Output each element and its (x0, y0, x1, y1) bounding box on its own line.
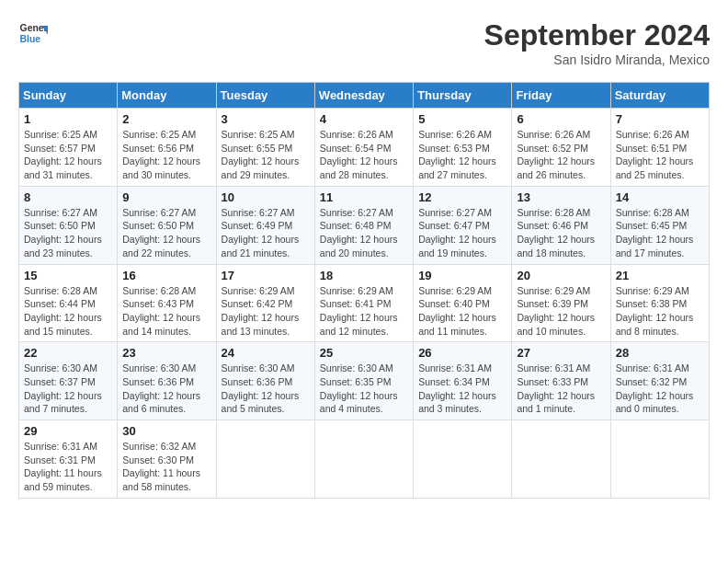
day-detail: Sunrise: 6:31 AM Sunset: 6:31 PM Dayligh… (24, 440, 112, 494)
logo: General Blue (18, 18, 48, 48)
day-number: 23 (122, 346, 210, 360)
day-number: 12 (418, 190, 506, 204)
day-detail: Sunrise: 6:27 AM Sunset: 6:50 PM Dayligh… (24, 206, 112, 260)
calendar-week-2: 8 Sunrise: 6:27 AM Sunset: 6:50 PM Dayli… (19, 186, 710, 264)
day-number: 6 (517, 112, 605, 126)
svg-text:General: General (20, 23, 48, 33)
day-detail: Sunrise: 6:31 AM Sunset: 6:33 PM Dayligh… (517, 362, 605, 416)
calendar-cell: 7 Sunrise: 6:26 AM Sunset: 6:51 PM Dayli… (610, 109, 709, 187)
calendar-cell: 20 Sunrise: 6:29 AM Sunset: 6:39 PM Dayl… (512, 264, 610, 342)
calendar-cell: 8 Sunrise: 6:27 AM Sunset: 6:50 PM Dayli… (19, 186, 118, 264)
calendar-cell: 22 Sunrise: 6:30 AM Sunset: 6:37 PM Dayl… (19, 342, 118, 420)
calendar-cell: 21 Sunrise: 6:29 AM Sunset: 6:38 PM Dayl… (610, 264, 709, 342)
day-number: 2 (122, 112, 210, 126)
day-number: 1 (24, 112, 112, 126)
day-detail: Sunrise: 6:28 AM Sunset: 6:45 PM Dayligh… (616, 206, 704, 260)
column-header-tuesday: Tuesday (216, 83, 314, 109)
calendar-cell: 5 Sunrise: 6:26 AM Sunset: 6:53 PM Dayli… (414, 109, 512, 187)
day-number: 19 (418, 269, 506, 282)
day-detail: Sunrise: 6:29 AM Sunset: 6:40 PM Dayligh… (418, 284, 506, 339)
calendar-cell: 29 Sunrise: 6:31 AM Sunset: 6:31 PM Dayl… (19, 420, 118, 499)
day-detail: Sunrise: 6:26 AM Sunset: 6:51 PM Dayligh… (616, 128, 704, 182)
day-number: 5 (418, 112, 506, 126)
day-number: 16 (122, 269, 210, 282)
calendar-cell (314, 420, 413, 499)
day-detail: Sunrise: 6:25 AM Sunset: 6:57 PM Dayligh… (24, 128, 112, 182)
calendar-week-3: 15 Sunrise: 6:28 AM Sunset: 6:44 PM Dayl… (19, 264, 710, 342)
day-number: 26 (418, 346, 506, 360)
column-header-sunday: Sunday (19, 83, 118, 109)
day-number: 8 (24, 190, 112, 204)
day-detail: Sunrise: 6:27 AM Sunset: 6:50 PM Dayligh… (122, 206, 210, 260)
calendar-cell: 14 Sunrise: 6:28 AM Sunset: 6:45 PM Dayl… (610, 186, 709, 264)
calendar-cell: 23 Sunrise: 6:30 AM Sunset: 6:36 PM Dayl… (118, 342, 216, 420)
calendar-cell: 27 Sunrise: 6:31 AM Sunset: 6:33 PM Dayl… (512, 342, 610, 420)
calendar-cell (216, 420, 314, 499)
calendar-cell: 15 Sunrise: 6:28 AM Sunset: 6:44 PM Dayl… (19, 264, 118, 342)
column-header-friday: Friday (512, 83, 610, 109)
day-number: 11 (320, 190, 408, 204)
column-header-wednesday: Wednesday (314, 83, 413, 109)
day-detail: Sunrise: 6:29 AM Sunset: 6:39 PM Dayligh… (517, 284, 605, 339)
day-number: 27 (517, 346, 605, 360)
day-detail: Sunrise: 6:28 AM Sunset: 6:46 PM Dayligh… (517, 206, 605, 260)
calendar-week-5: 29 Sunrise: 6:31 AM Sunset: 6:31 PM Dayl… (19, 420, 710, 499)
calendar-cell: 4 Sunrise: 6:26 AM Sunset: 6:54 PM Dayli… (314, 109, 413, 187)
day-detail: Sunrise: 6:30 AM Sunset: 6:35 PM Dayligh… (320, 362, 408, 416)
header-row: SundayMondayTuesdayWednesdayThursdayFrid… (19, 83, 710, 109)
calendar-table: SundayMondayTuesdayWednesdayThursdayFrid… (18, 82, 710, 499)
day-detail: Sunrise: 6:27 AM Sunset: 6:49 PM Dayligh… (222, 206, 310, 260)
day-detail: Sunrise: 6:30 AM Sunset: 6:36 PM Dayligh… (222, 362, 310, 416)
calendar-cell: 28 Sunrise: 6:31 AM Sunset: 6:32 PM Dayl… (610, 342, 709, 420)
calendar-title-area: September 2024 San Isidro Miranda, Mexic… (484, 18, 710, 67)
calendar-cell: 25 Sunrise: 6:30 AM Sunset: 6:35 PM Dayl… (314, 342, 413, 420)
day-detail: Sunrise: 6:26 AM Sunset: 6:52 PM Dayligh… (517, 128, 605, 182)
day-detail: Sunrise: 6:30 AM Sunset: 6:36 PM Dayligh… (122, 362, 210, 416)
day-number: 17 (222, 269, 310, 282)
calendar-cell: 9 Sunrise: 6:27 AM Sunset: 6:50 PM Dayli… (118, 186, 216, 264)
calendar-week-1: 1 Sunrise: 6:25 AM Sunset: 6:57 PM Dayli… (19, 109, 710, 187)
calendar-cell: 6 Sunrise: 6:26 AM Sunset: 6:52 PM Dayli… (512, 109, 610, 187)
calendar-cell: 17 Sunrise: 6:29 AM Sunset: 6:42 PM Dayl… (216, 264, 314, 342)
calendar-week-4: 22 Sunrise: 6:30 AM Sunset: 6:37 PM Dayl… (19, 342, 710, 420)
day-detail: Sunrise: 6:27 AM Sunset: 6:47 PM Dayligh… (418, 206, 506, 260)
day-number: 15 (24, 269, 112, 282)
calendar-subtitle: San Isidro Miranda, Mexico (484, 52, 710, 67)
calendar-cell (610, 420, 709, 499)
day-detail: Sunrise: 6:25 AM Sunset: 6:55 PM Dayligh… (222, 128, 310, 182)
calendar-cell: 30 Sunrise: 6:32 AM Sunset: 6:30 PM Dayl… (118, 420, 216, 499)
day-detail: Sunrise: 6:28 AM Sunset: 6:44 PM Dayligh… (24, 284, 112, 339)
day-number: 24 (222, 346, 310, 360)
day-number: 14 (616, 190, 704, 204)
calendar-cell: 19 Sunrise: 6:29 AM Sunset: 6:40 PM Dayl… (414, 264, 512, 342)
calendar-cell: 13 Sunrise: 6:28 AM Sunset: 6:46 PM Dayl… (512, 186, 610, 264)
day-detail: Sunrise: 6:28 AM Sunset: 6:43 PM Dayligh… (122, 284, 210, 339)
calendar-cell: 26 Sunrise: 6:31 AM Sunset: 6:34 PM Dayl… (414, 342, 512, 420)
calendar-cell: 1 Sunrise: 6:25 AM Sunset: 6:57 PM Dayli… (19, 109, 118, 187)
calendar-cell: 10 Sunrise: 6:27 AM Sunset: 6:49 PM Dayl… (216, 186, 314, 264)
day-number: 18 (320, 269, 408, 282)
page-header: General Blue September 2024 San Isidro M… (18, 18, 710, 67)
day-detail: Sunrise: 6:26 AM Sunset: 6:53 PM Dayligh… (418, 128, 506, 182)
day-number: 20 (517, 269, 605, 282)
calendar-cell: 18 Sunrise: 6:29 AM Sunset: 6:41 PM Dayl… (314, 264, 413, 342)
day-detail: Sunrise: 6:32 AM Sunset: 6:30 PM Dayligh… (122, 440, 210, 494)
calendar-cell: 24 Sunrise: 6:30 AM Sunset: 6:36 PM Dayl… (216, 342, 314, 420)
calendar-cell (512, 420, 610, 499)
calendar-cell: 2 Sunrise: 6:25 AM Sunset: 6:56 PM Dayli… (118, 109, 216, 187)
calendar-cell: 11 Sunrise: 6:27 AM Sunset: 6:48 PM Dayl… (314, 186, 413, 264)
day-number: 4 (320, 112, 408, 126)
column-header-saturday: Saturday (610, 83, 709, 109)
day-detail: Sunrise: 6:29 AM Sunset: 6:42 PM Dayligh… (222, 284, 310, 339)
calendar-cell: 16 Sunrise: 6:28 AM Sunset: 6:43 PM Dayl… (118, 264, 216, 342)
day-detail: Sunrise: 6:25 AM Sunset: 6:56 PM Dayligh… (122, 128, 210, 182)
day-number: 21 (616, 269, 704, 282)
day-detail: Sunrise: 6:27 AM Sunset: 6:48 PM Dayligh… (320, 206, 408, 260)
day-number: 3 (222, 112, 310, 126)
logo-icon: General Blue (18, 18, 48, 48)
calendar-title: September 2024 (484, 18, 710, 52)
day-number: 22 (24, 346, 112, 360)
calendar-cell: 3 Sunrise: 6:25 AM Sunset: 6:55 PM Dayli… (216, 109, 314, 187)
day-detail: Sunrise: 6:26 AM Sunset: 6:54 PM Dayligh… (320, 128, 408, 182)
day-number: 28 (616, 346, 704, 360)
